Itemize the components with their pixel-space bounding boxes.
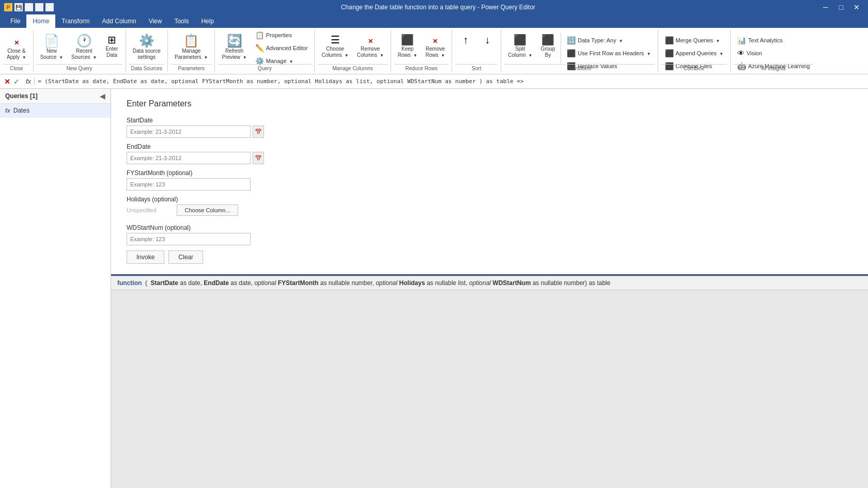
param-row-holidays: Holidays (optional) Unspecified Choose C… [127, 196, 853, 216]
recent-sources-icon: 🕐 [76, 35, 92, 47]
use-first-row-button[interactable]: ⬛ Use First Row as Headers ▼ [563, 47, 654, 59]
group-by-button[interactable]: ⬛ GroupBy [537, 32, 559, 64]
redo-icon[interactable]: ↪ [35, 3, 43, 11]
remove-rows-button[interactable]: ✕ RemoveRows ▼ [422, 32, 449, 64]
advanced-editor-icon: ✏️ [255, 44, 264, 52]
func-sig-fy: optional FYStartMonth as nullable number… [254, 279, 376, 287]
group-label-parameters: Parameters [171, 64, 211, 72]
append-queries-button[interactable]: ⬛ Append Queries ▼ [661, 47, 727, 59]
ribbon-group-combine: ⬛ Merge Queries ▼ ⬛ Append Queries ▼ ⬛ C… [658, 30, 731, 72]
append-queries-label: Append Queries ▼ [676, 50, 723, 56]
append-queries-icon: ⬛ [665, 49, 674, 57]
start-date-calendar-btn[interactable]: 📅 [253, 125, 264, 138]
sidebar-item-dates[interactable]: fx Dates [0, 104, 111, 118]
tab-tools[interactable]: Tools [168, 14, 195, 28]
enter-data-label: EnterData [106, 46, 118, 58]
data-source-settings-label: Data sourcesettings [133, 48, 161, 60]
formula-confirm-btn[interactable]: ✓ [13, 77, 20, 86]
refresh-preview-button[interactable]: 🔄 RefreshPreview ▼ [218, 32, 250, 64]
new-source-button[interactable]: 📄 NewSource ▼ [37, 32, 67, 64]
manage-label: Manage ▼ [266, 58, 293, 64]
text-analytics-icon: 📊 [737, 36, 746, 44]
param-row-start-date: StartDate 📅 [127, 117, 853, 138]
choose-columns-button[interactable]: ☰ ChooseColumns ▼ [318, 32, 352, 64]
data-type-button[interactable]: 🔢 Data Type: Any ▼ [563, 34, 654, 46]
func-sig-holidays: optional Holidays as nullable list, [376, 279, 469, 287]
ribbon-group-data-sources: ⚙️ Data sourcesettings Data Sources [126, 30, 168, 72]
remove-columns-icon: ✕ [368, 35, 373, 45]
merge-queries-label: Merge Queries ▼ [676, 37, 720, 43]
enter-data-button[interactable]: ⊞ EnterData [102, 32, 122, 64]
func-keyword: function [117, 279, 142, 287]
func-sig-start-date: StartDate as date, [151, 279, 204, 287]
vision-button[interactable]: 👁 Vision [734, 47, 813, 59]
use-first-row-label: Use First Row as Headers ▼ [578, 50, 650, 56]
group-label-combine: Combine [661, 64, 727, 72]
keep-rows-button[interactable]: ⬛ KeepRows ▼ [394, 32, 421, 64]
close-btn[interactable]: ✕ [849, 0, 864, 14]
group-label-data-sources: Data Sources [129, 64, 165, 72]
keep-rows-label: KeepRows ▼ [398, 46, 417, 58]
text-analytics-button[interactable]: 📊 Text Analytics [734, 34, 813, 46]
tab-transform[interactable]: Transform [55, 14, 96, 28]
sort-ascending-button[interactable]: ↑ [455, 32, 476, 64]
wd-start-num-input[interactable] [127, 233, 251, 245]
end-date-input[interactable] [127, 152, 251, 164]
merge-queries-icon: ⬛ [665, 36, 674, 44]
sidebar-collapse-btn[interactable]: ◀ [100, 92, 105, 100]
sort-ascending-icon: ↑ [463, 35, 468, 45]
tab-view[interactable]: View [143, 14, 168, 28]
properties-button[interactable]: 📋 Properties [252, 29, 312, 41]
func-sig-end-date: EndDate as date, [204, 279, 254, 287]
tab-home[interactable]: Home [26, 14, 55, 28]
data-source-settings-button[interactable]: ⚙️ Data sourcesettings [129, 32, 164, 64]
sort-descending-button[interactable]: ↓ [477, 32, 498, 64]
manage-parameters-button[interactable]: 📋 ManageParameters ▼ [171, 32, 211, 64]
advanced-editor-button[interactable]: ✏️ Advanced Editor [252, 42, 312, 54]
advanced-editor-label: Advanced Editor [266, 45, 308, 51]
group-label-ai-insights: AI Insights [734, 64, 813, 72]
content-area: Enter Parameters StartDate 📅 EndDate 📅 [111, 89, 868, 488]
undo-icon[interactable]: ↩ [25, 3, 33, 11]
close-apply-label: Close &Apply ▼ [7, 48, 26, 60]
start-date-input[interactable] [127, 125, 251, 138]
group-label-manage-columns: Manage Columns [318, 64, 387, 72]
fy-start-month-input[interactable] [127, 178, 251, 191]
formula-input[interactable] [38, 78, 864, 85]
holidays-unspecified: Unspecified [127, 205, 156, 215]
dropdown-icon[interactable]: ▼ [45, 3, 54, 11]
main-layout: Queries [1] ◀ fx Dates Enter Parameters … [0, 89, 868, 488]
split-column-button[interactable]: ⬛ SplitColumn ▼ [504, 32, 536, 64]
tab-help[interactable]: Help [195, 14, 220, 28]
wd-start-num-label: WDStartNum (optional) [127, 224, 853, 231]
close-apply-button[interactable]: ✕ Close &Apply ▼ [3, 32, 30, 64]
enter-data-icon: ⊞ [107, 35, 116, 45]
clear-button[interactable]: Clear [168, 250, 203, 264]
ribbon-group-transform: ⬛ SplitColumn ▼ ⬛ GroupBy 🔢 Data Type: A… [501, 30, 658, 72]
merge-queries-button[interactable]: ⬛ Merge Queries ▼ [661, 34, 727, 46]
choose-column-button[interactable]: Choose Column... [177, 204, 238, 216]
group-label-transform: Transform [504, 64, 654, 72]
sort-descending-icon: ↓ [485, 35, 490, 45]
params-title: Enter Parameters [127, 99, 853, 108]
ribbon-group-query: 🔄 RefreshPreview ▼ 📋 Properties ✏️ Advan… [215, 30, 315, 72]
properties-label: Properties [266, 32, 292, 38]
properties-icon: 📋 [255, 31, 264, 39]
ribbon-group-parameters: 📋 ManageParameters ▼ Parameters [168, 30, 215, 72]
tab-add-column[interactable]: Add Column [96, 14, 143, 28]
maximize-btn[interactable]: □ [834, 0, 848, 14]
formula-cancel-btn[interactable]: ✕ [4, 77, 10, 86]
function-sig-bar: function ( StartDate as date, EndDate as… [111, 276, 868, 290]
refresh-preview-icon: 🔄 [227, 35, 242, 47]
end-date-calendar-btn[interactable]: 📅 [253, 152, 264, 164]
save-icon[interactable]: 💾 [14, 3, 23, 11]
tab-file[interactable]: File [4, 14, 26, 28]
invoke-button[interactable]: Invoke [127, 250, 164, 264]
sidebar-header: Queries [1] ◀ [0, 89, 111, 104]
remove-columns-button[interactable]: ✕ RemoveColumns ▼ [353, 32, 388, 64]
recent-sources-button[interactable]: 🕐 RecentSources ▼ [68, 32, 100, 64]
new-source-icon: 📄 [44, 35, 59, 47]
param-row-fy-start-month: FYStartMonth (optional) [127, 169, 853, 191]
data-type-icon: 🔢 [567, 36, 576, 44]
minimize-btn[interactable]: ─ [818, 0, 833, 14]
